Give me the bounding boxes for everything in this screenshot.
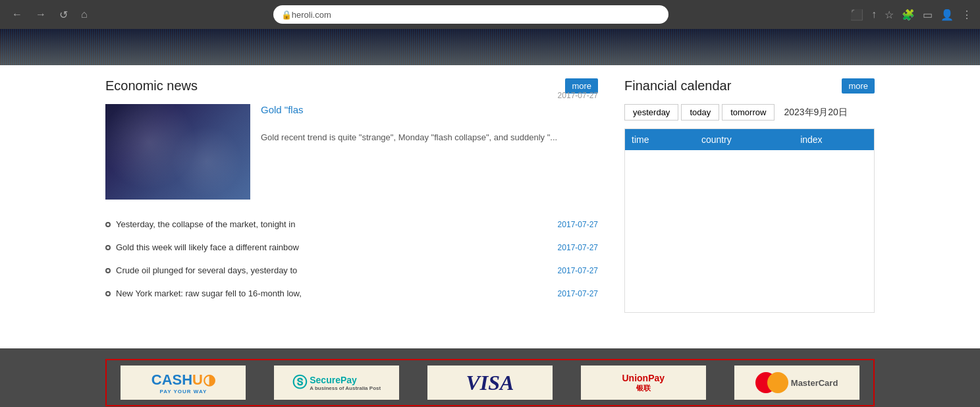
calendar-table: time country index [625,129,874,150]
table-header-row: time country index [625,129,874,150]
list-item: Gold this week will likely face a differ… [105,236,598,259]
footer-payments: CASH U ◑ PAY YOUR WAY ⓢ SecurePay A busi… [0,348,980,407]
featured-article-content: 2017-07-27 Gold "flas Gold recent trend … [261,104,598,200]
url-text: heroli.com [292,10,331,20]
economic-news-header: Economic news more [105,78,598,94]
news-item-date: 2017-07-27 [558,243,598,252]
cashu-text-cash: CASH [151,371,192,389]
featured-article-title[interactable]: Gold "flas [261,104,304,115]
tab-today[interactable]: today [681,104,719,121]
news-item-text: Crude oil plunged for several days, yest… [116,265,297,275]
featured-article-text: Gold recent trend is quite "strange", Mo… [261,131,598,145]
calendar-tabs: yesterday today tomorrow 2023年9月20日 [624,104,875,121]
featured-article-image [105,104,250,200]
col-country: country [695,129,794,150]
securepay-logo: ⓢ SecurePay A business of Australia Post [274,366,399,400]
cashu-subtitle: PAY YOUR WAY [159,389,207,394]
unionpay-text: UnionPay [622,373,665,383]
menu-icon[interactable]: ⋮ [962,9,972,21]
bookmark-icon[interactable]: ☆ [885,9,894,21]
tab-icon[interactable]: ▭ [923,9,933,21]
home-button[interactable]: ⌂ [77,6,92,23]
featured-article: 2017-07-27 Gold "flas Gold recent trend … [105,104,598,200]
bullet-icon [105,291,111,296]
bullet-icon [105,268,111,273]
col-index: index [794,129,874,150]
bullet-icon [105,245,111,250]
share-icon[interactable]: ↑ [871,9,877,21]
tab-tomorrow[interactable]: tomorrow [722,104,775,121]
news-item-date: 2017-07-27 [558,220,598,229]
visa-text: VISA [466,371,514,395]
featured-article-date: 2017-07-27 [558,91,598,100]
payment-logos-container: CASH U ◑ PAY YOUR WAY ⓢ SecurePay A busi… [105,359,875,406]
news-item-text: Gold this week will likely face a differ… [116,242,299,252]
news-item-text: Yesterday, the collapse of the market, t… [116,219,295,229]
financial-calendar-title: Financial calendar [624,78,731,94]
forward-button[interactable]: → [32,6,50,23]
economic-news-title: Economic news [105,78,198,94]
back-button[interactable]: ← [8,6,26,23]
mastercard-circles [755,372,788,393]
hero-image [0,29,980,65]
cast-icon[interactable]: ⬛ [850,9,863,21]
browser-chrome: ← → ↺ ⌂ 🔒 heroli.com ⬛ ↑ ☆ 🧩 ▭ 👤 ⋮ [0,0,980,29]
list-item: Yesterday, the collapse of the market, t… [105,213,598,236]
calendar-table-container[interactable]: time country index [624,128,875,313]
mastercard-text: MasterCard [791,378,838,388]
calendar-date: 2023年9月20日 [784,107,848,119]
financial-calendar-header: Financial calendar more [624,78,875,94]
cashu-symbol: ◑ [203,371,215,389]
reload-button[interactable]: ↺ [55,6,72,24]
tab-yesterday[interactable]: yesterday [624,104,678,121]
mastercard-logo: MasterCard [734,366,859,400]
securepay-text: SecurePay [310,375,381,385]
news-item-text: New York market: raw sugar fell to 16-mo… [116,288,302,298]
main-content: Economic news more 2017-07-27 Gold "flas… [0,65,980,348]
securepay-subtitle: A business of Australia Post [310,385,381,391]
securepay-icon: ⓢ [292,373,307,393]
visa-logo: VISA [427,366,553,400]
profile-icon[interactable]: 👤 [940,9,954,21]
extensions-icon[interactable]: 🧩 [902,9,915,21]
col-time: time [625,129,695,150]
bullet-icon [105,222,111,227]
list-item: New York market: raw sugar fell to 16-mo… [105,282,598,305]
address-bar[interactable]: 🔒 heroli.com [273,5,668,24]
list-item: Crude oil plunged for several days, yest… [105,259,598,282]
mastercard-orange-circle [767,372,788,393]
cashu-u-icon: U [192,371,203,389]
browser-actions: ⬛ ↑ ☆ 🧩 ▭ 👤 ⋮ [850,9,972,21]
economic-news-section: Economic news more 2017-07-27 Gold "flas… [105,78,598,335]
cashu-logo: CASH U ◑ PAY YOUR WAY [121,366,246,400]
news-list: Yesterday, the collapse of the market, t… [105,213,598,305]
unionpay-chinese: 银联 [636,383,651,393]
financial-calendar-section: Financial calendar more yesterday today … [624,78,875,335]
news-item-date: 2017-07-27 [558,289,598,298]
news-item-date: 2017-07-27 [558,266,598,275]
financial-calendar-more-button[interactable]: more [842,78,875,94]
unionpay-logo: UnionPay 银联 [581,366,706,400]
